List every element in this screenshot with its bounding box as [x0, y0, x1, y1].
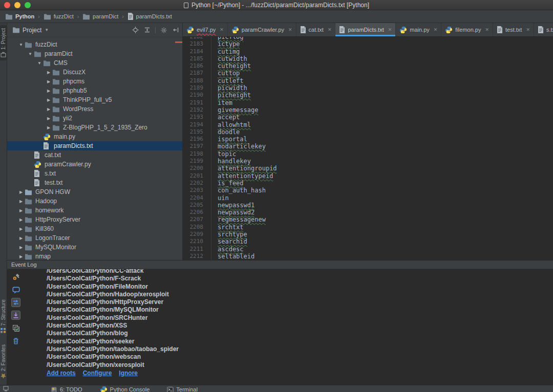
collapse-all-button[interactable]: [143, 27, 151, 34]
editor-tab-main-py[interactable]: main.py✕: [396, 23, 441, 36]
editor-tab-evil7-py[interactable]: evil7.py✕: [183, 23, 228, 36]
editor-line[interactable]: 2193accept: [183, 114, 553, 121]
editor-viewport[interactable]: 2182picflog2183ictype2184cutimg2185cutwi…: [183, 37, 553, 260]
editor-line[interactable]: 2189picwidth: [183, 84, 553, 92]
tree-item-logontracer[interactable]: ▶LogonTracer: [7, 233, 182, 243]
tree-item-kill360[interactable]: ▶Kill360: [7, 224, 182, 233]
editor-line[interactable]: 2185cutwidth: [183, 55, 553, 62]
chevron-collapsed-icon[interactable]: ▶: [17, 236, 25, 241]
close-tab-icon[interactable]: ✕: [288, 27, 292, 32]
tree-item-yii2[interactable]: ▶yii2: [7, 114, 182, 123]
editor-line[interactable]: 2196isportal: [183, 136, 553, 143]
editor-line[interactable]: 2212seltableid: [183, 253, 553, 260]
chevron-collapsed-icon[interactable]: ▶: [45, 79, 52, 84]
editor-line[interactable]: 2209srchtype: [183, 231, 553, 238]
close-tab-icon[interactable]: ✕: [485, 27, 489, 32]
editor-line[interactable]: 2186cutheight: [183, 62, 553, 70]
link-add-roots[interactable]: Add roots: [47, 369, 76, 377]
tree-item-discuzx[interactable]: ▶DiscuzX: [7, 68, 182, 77]
tool-window-switcher-icon[interactable]: [3, 386, 9, 391]
event-log-mark-read-button[interactable]: [11, 323, 20, 333]
tree-item-phphub5[interactable]: ▶phphub5: [7, 86, 182, 95]
chevron-collapsed-icon[interactable]: ▶: [45, 116, 52, 121]
chevron-collapsed-icon[interactable]: ▶: [17, 208, 25, 213]
link-ignore[interactable]: Ignore: [119, 369, 138, 377]
stripe-button-2-favorites[interactable]: 2: Favorites: [0, 341, 7, 382]
link-configure[interactable]: Configure: [83, 369, 112, 377]
editor-line[interactable]: 2201attentiontypeid: [183, 172, 553, 180]
tree-item-thinkphp-full-v5[interactable]: ▶ThinkPHP_full_v5: [7, 95, 182, 104]
tree-item-paramdicts-txt[interactable]: paramDicts.txt: [7, 141, 182, 150]
chevron-collapsed-icon[interactable]: ▶: [17, 199, 25, 204]
breadcrumb-item-python[interactable]: Python: [5, 13, 34, 20]
close-tab-icon[interactable]: ✕: [526, 27, 530, 32]
hide-button[interactable]: [172, 27, 179, 34]
editor-line[interactable]: 2204uin: [183, 194, 553, 202]
bottom-bar-terminal[interactable]: Terminal: [167, 386, 198, 392]
close-tab-icon[interactable]: ✕: [328, 27, 332, 32]
editor-line[interactable]: 2191item: [183, 99, 553, 106]
tree-item-nmap[interactable]: ▶nmap: [7, 252, 182, 260]
chevron-collapsed-icon[interactable]: ▶: [17, 245, 25, 250]
locate-button[interactable]: [132, 27, 139, 34]
chevron-collapsed-icon[interactable]: ▶: [45, 107, 52, 112]
tree-item-main-py[interactable]: main.py: [7, 132, 182, 141]
tree-item-httpproxyserver[interactable]: ▶HttpProxyServer: [7, 215, 182, 224]
editor-line[interactable]: 2190picheight: [183, 92, 553, 99]
tree-item-s-txt[interactable]: s.txt: [7, 169, 182, 178]
editor-line[interactable]: 2194allowhtml: [183, 121, 553, 128]
tree-item-phpcms[interactable]: ▶phpcms: [7, 77, 182, 86]
editor-line[interactable]: 2188cutleft: [183, 77, 553, 84]
breadcrumb-item-fuzzdict[interactable]: fuzzDict: [44, 13, 74, 20]
close-tab-icon[interactable]: ✕: [388, 27, 392, 32]
editor-line[interactable]: 2184cutimg: [183, 48, 553, 55]
editor-line[interactable]: 2211ascdesc: [183, 246, 553, 253]
chevron-expanded-icon[interactable]: ▼: [27, 52, 34, 56]
editor-line[interactable]: 2198topic: [183, 150, 553, 158]
editor-line[interactable]: 2199handlekey: [183, 158, 553, 165]
chevron-expanded-icon[interactable]: ▼: [17, 42, 25, 47]
chevron-expanded-icon[interactable]: ▼: [36, 61, 43, 66]
tree-item-homework[interactable]: ▶homework: [7, 206, 182, 215]
bottom-bar-python-console[interactable]: Python Console: [100, 386, 150, 392]
editor-line[interactable]: 2192givemessage: [183, 106, 553, 114]
tree-item-mysqlmonitor[interactable]: ▶MySQLMonitor: [7, 243, 182, 252]
editor-line[interactable]: 2200attentiongroupid: [183, 165, 553, 172]
close-tab-icon[interactable]: ✕: [434, 27, 438, 32]
breadcrumb-item-paramdict[interactable]: paramDict: [82, 13, 118, 20]
chevron-collapsed-icon[interactable]: ▶: [45, 125, 52, 130]
stripe-button-7-structure[interactable]: 7: Structure: [0, 296, 7, 336]
tree-item-paramdict[interactable]: ▼paramDict: [7, 49, 182, 58]
tree-item-gpon-hgw[interactable]: ▶GPON HGW: [7, 187, 182, 197]
event-log-scroll-end-button[interactable]: [11, 311, 20, 320]
close-tab-icon[interactable]: ✕: [220, 27, 224, 32]
editor-line[interactable]: 2203con_auth_hash: [183, 187, 553, 194]
bottom-bar-6-todo[interactable]: 6: TODO: [51, 386, 82, 392]
event-log-balloon-button[interactable]: [11, 285, 20, 294]
project-view-selector[interactable]: Project ▼: [12, 27, 49, 34]
event-log-settings-button[interactable]: [11, 272, 20, 281]
editor-line[interactable]: 2197modarticlekey: [183, 143, 553, 150]
editor-line[interactable]: 2206newpasswd2: [183, 209, 553, 216]
tree-item-z-blogphp-1-5-2-1935-zero[interactable]: ▶Z-BlogPHP_1_5_2_1935_Zero: [7, 123, 182, 132]
chevron-collapsed-icon[interactable]: ▶: [45, 89, 52, 93]
event-log-header[interactable]: Event Log: [7, 260, 553, 269]
editor-line[interactable]: 2182picflog: [183, 37, 553, 40]
event-log-clear-button[interactable]: [11, 336, 20, 345]
editor-tab-s-txt[interactable]: s.txt✕: [534, 23, 553, 36]
breadcrumb-item-paramdicts-txt[interactable]: paramDicts.txt: [127, 13, 172, 20]
editor-line[interactable]: 2202is_feed: [183, 180, 553, 187]
tree-item-hadoop[interactable]: ▶Hadoop: [7, 197, 182, 206]
editor-line[interactable]: 2207regmessagenew: [183, 216, 553, 223]
editor-line[interactable]: 2187cuttop: [183, 70, 553, 77]
chevron-collapsed-icon[interactable]: ▶: [17, 190, 25, 194]
editor-line[interactable]: 2195doodle: [183, 128, 553, 136]
stripe-button-1-project[interactable]: 1: Project: [0, 25, 7, 60]
tree-item-cat-txt[interactable]: cat.txt: [7, 150, 182, 160]
chevron-collapsed-icon[interactable]: ▶: [17, 217, 25, 222]
editor-tab-paramdicts-txt[interactable]: paramDicts.txt✕: [335, 23, 396, 36]
editor-line[interactable]: 2210searchid: [183, 238, 553, 245]
editor-tab-filemon-py[interactable]: filemon.py✕: [441, 23, 493, 36]
settings-button[interactable]: [160, 27, 167, 34]
tree-item-paramcrawler-py[interactable]: paramCrawler.py: [7, 160, 182, 169]
